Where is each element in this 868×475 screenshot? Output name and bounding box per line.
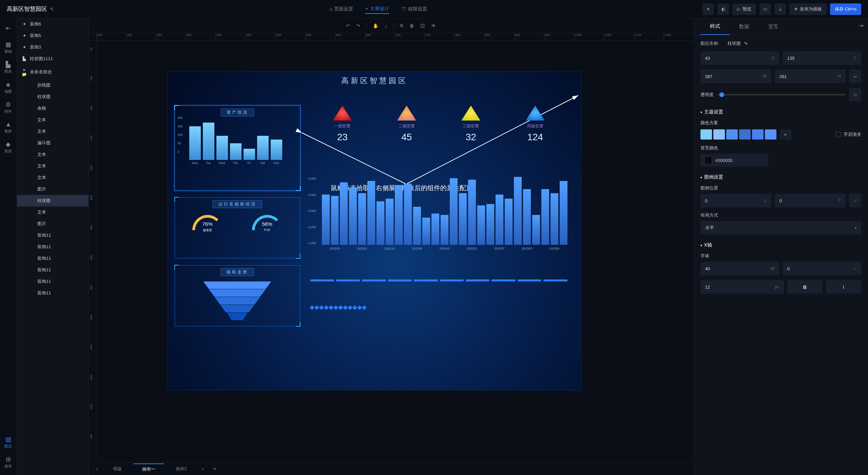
- edit-title-icon[interactable]: ✎: [50, 6, 54, 12]
- undo-icon[interactable]: ↶: [346, 23, 350, 29]
- swatch-dropdown-icon[interactable]: ▾: [780, 129, 791, 140]
- xaxis-lineheight-input[interactable]: px: [700, 280, 784, 294]
- aspect-lock-icon[interactable]: ⇹: [849, 70, 861, 83]
- layer-item[interactable]: 文本: [17, 160, 89, 172]
- panel-assets[interactable]: 资产情况 200150100500 MonTueWedThuFriSatSun: [175, 106, 300, 190]
- layer-item[interactable]: 文本: [17, 206, 89, 218]
- legend-align-icon[interactable]: ⤢: [849, 194, 861, 207]
- lock-icon[interactable]: ⚿: [420, 23, 425, 29]
- ruler-horizontal: 2002503003504004505005506006507007508008…: [89, 33, 693, 41]
- tab-prev-icon[interactable]: ‹: [93, 466, 101, 472]
- rail-layer[interactable]: ▤图层: [0, 434, 16, 451]
- legend-left-input[interactable]: L: [700, 194, 771, 207]
- layer-item[interactable]: ✦装饰3: [17, 41, 89, 53]
- nav-page-settings[interactable]: ⟃ 页面设置: [329, 4, 353, 14]
- gradient-checkbox[interactable]: 开启渐变: [835, 131, 861, 138]
- save-button[interactable]: 保存 Ctrl+s: [830, 3, 861, 15]
- rail-shape[interactable]: ◆形状: [0, 139, 16, 156]
- app-title[interactable]: 高新区智慧园区 ✎: [7, 5, 54, 13]
- home-icon[interactable]: ⌂: [385, 23, 387, 29]
- layer-item[interactable]: 文本: [17, 172, 89, 183]
- tab-interact[interactable]: 交互: [759, 19, 788, 35]
- bg-color-input[interactable]: #000000: [700, 154, 768, 167]
- publish-template-button[interactable]: ✈ 发布为模板: [789, 3, 827, 15]
- panel-energy-trend[interactable]: 能耗走势 ShowClickVisitInquiryOrder: [175, 265, 300, 326]
- layer-item[interactable]: 文本: [17, 149, 89, 160]
- panel-ops-title: 运行及能耗情况: [213, 200, 262, 208]
- layer-item[interactable]: ✦装饰6: [17, 18, 89, 30]
- layer-item[interactable]: 柱状图: [17, 195, 89, 206]
- legend-top-input[interactable]: T: [775, 194, 846, 207]
- size-h-input[interactable]: H: [775, 70, 846, 83]
- tab-canvas1[interactable]: 画布一: [133, 463, 164, 474]
- nav-screen-design[interactable]: ⌖ 大屏设计: [365, 4, 389, 14]
- copy-icon[interactable]: ⧉: [400, 23, 403, 29]
- tab-canvas2[interactable]: 画布2: [167, 464, 196, 474]
- delete-icon[interactable]: 🗑: [409, 23, 414, 29]
- xaxis-fontsize-input[interactable]: W: [700, 262, 779, 275]
- layer-item[interactable]: 装饰11: [17, 264, 89, 276]
- screen-icon[interactable]: ▭: [759, 3, 771, 15]
- section-theme[interactable]: ▾主题设置: [700, 109, 861, 115]
- layer-item[interactable]: ✦装饰5: [17, 30, 89, 41]
- layer-item[interactable]: 文本: [17, 114, 89, 126]
- pos-y-input[interactable]: Y: [783, 51, 861, 65]
- layer-item[interactable]: 装饰11: [17, 276, 89, 287]
- rail-map[interactable]: ◈地图: [0, 79, 16, 96]
- layer-item[interactable]: 装饰11: [17, 253, 89, 264]
- tab-style[interactable]: 样式: [700, 18, 730, 35]
- redo-icon[interactable]: ↷: [356, 23, 360, 29]
- nav-permission[interactable]: ⛉ 权限设置: [401, 4, 427, 14]
- left-rail: ⇤ ▦基础 ▙图表 ◈地图 ⚙控件 ▲素材 ◆形状 ▤图层 ⊞画布: [0, 18, 17, 475]
- layer-item[interactable]: 装饰11: [17, 230, 89, 241]
- layer-item[interactable]: 表格: [17, 103, 89, 114]
- rail-chart[interactable]: ▙图表: [0, 59, 16, 76]
- property-panel: 样式 数据 交互 ⇥ 图层名称: 柱状图 ✎ X Y W H ⇹: [693, 18, 868, 475]
- panel-collapse-icon[interactable]: ⇥: [859, 22, 863, 29]
- shield-icon: ⛉: [401, 6, 406, 12]
- preview-button[interactable]: ▷ 预览: [732, 3, 756, 15]
- design-stage[interactable]: 高新区智慧园区 资产情况 200150100500 MonTueWedThuFr…: [168, 71, 581, 390]
- section-xaxis[interactable]: ▾X轴: [700, 242, 861, 248]
- layer-item[interactable]: ▙柱状图1111: [17, 53, 89, 65]
- main-bar-chart[interactable]: 5,0004,0003,0002,0001,000 20220520220120…: [310, 177, 567, 262]
- rail-material[interactable]: ▲素材: [0, 119, 16, 136]
- layer-item[interactable]: 装饰11: [17, 241, 89, 253]
- visibility-icon[interactable]: 👁: [431, 23, 436, 29]
- pos-x-input[interactable]: X: [700, 51, 779, 65]
- rail-basic[interactable]: ▦基础: [0, 39, 16, 56]
- xaxis-weight-input[interactable]: ⌐: [783, 262, 861, 275]
- rail-collapse-icon[interactable]: ⇤: [0, 22, 16, 35]
- layer-item[interactable]: 文本: [17, 126, 89, 137]
- layer-item[interactable]: 图片: [17, 183, 89, 195]
- rail-canvas[interactable]: ⊞画布: [0, 454, 16, 471]
- ruler-vertical: 5010015020025030035040045050055060065070…: [89, 41, 96, 462]
- tab-add-icon[interactable]: +: [210, 466, 219, 472]
- theme-sun-icon[interactable]: ☀: [702, 3, 714, 15]
- color-swatches[interactable]: [700, 129, 776, 140]
- gauge-health: 76% 健康度: [189, 215, 226, 242]
- legend-layout-select[interactable]: 水平▾: [700, 221, 861, 235]
- tab-next-icon[interactable]: ›: [198, 466, 207, 472]
- size-w-input[interactable]: W: [700, 70, 771, 83]
- panel-ops[interactable]: 运行及能耗情况 76% 健康度 56% PUE: [175, 197, 300, 258]
- edit-layer-name-icon[interactable]: ✎: [744, 41, 748, 46]
- rail-widget[interactable]: ⚙控件: [0, 99, 16, 116]
- tab-data[interactable]: 数据: [730, 19, 759, 35]
- pan-icon[interactable]: ✋: [373, 23, 379, 29]
- bold-toggle[interactable]: B: [787, 280, 823, 294]
- opacity-slider[interactable]: [717, 94, 846, 95]
- layer-item[interactable]: 图片: [17, 218, 89, 230]
- export-icon[interactable]: ⤓: [774, 3, 786, 15]
- layer-item[interactable]: 柱状图: [17, 91, 89, 103]
- theme-moon-icon[interactable]: ◐: [717, 3, 729, 15]
- layer-item[interactable]: 漏斗图: [17, 137, 89, 149]
- layer-item[interactable]: ▸ 📁未命名组合: [17, 65, 89, 79]
- layer-item[interactable]: 装饰11: [17, 287, 89, 299]
- italic-toggle[interactable]: I: [826, 280, 861, 294]
- section-legend[interactable]: ▾图例设置: [700, 174, 861, 180]
- layer-item[interactable]: 折线图: [17, 79, 89, 91]
- decoration-diamonds: [310, 306, 567, 309]
- design-icon: ⌖: [365, 6, 368, 12]
- tab-master[interactable]: 母版: [104, 464, 131, 474]
